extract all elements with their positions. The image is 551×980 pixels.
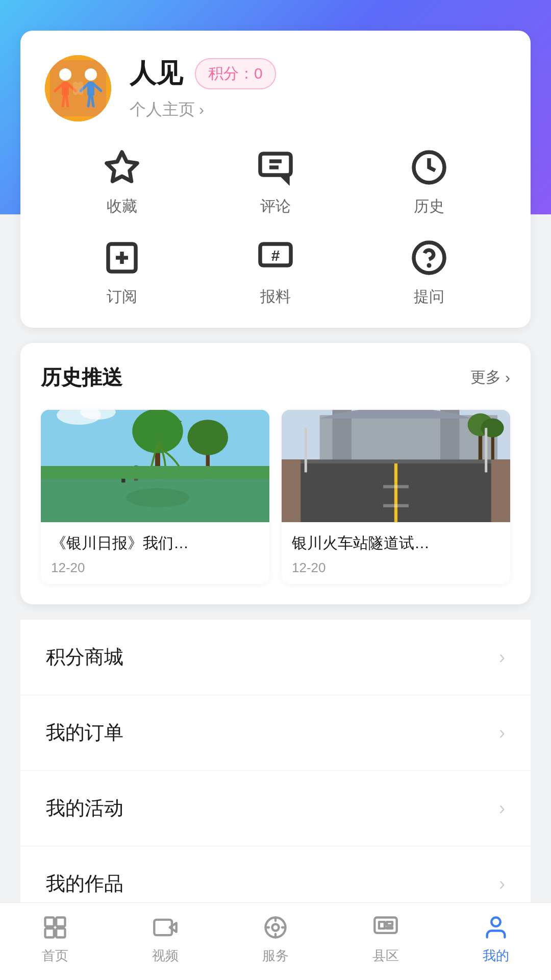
- my-activities-item[interactable]: 我的活动 ›: [20, 771, 531, 846]
- hashtag-icon: #: [255, 237, 296, 278]
- clock-icon: [409, 147, 449, 188]
- svg-rect-52: [383, 504, 409, 507]
- points-mall-item[interactable]: 积分商城 ›: [20, 620, 531, 695]
- svg-rect-48: [282, 460, 510, 463]
- svg-rect-3: [62, 82, 69, 96]
- svg-rect-55: [305, 428, 307, 472]
- svg-rect-37: [41, 466, 269, 479]
- my-orders-item[interactable]: 我的订单 ›: [20, 695, 531, 771]
- svg-rect-59: [56, 928, 65, 937]
- svg-point-72: [491, 918, 500, 926]
- svg-line-13: [92, 96, 93, 106]
- svg-rect-54: [485, 428, 487, 472]
- service-icon: [261, 913, 290, 942]
- svg-point-2: [59, 68, 71, 81]
- question-label: 提问: [414, 286, 444, 307]
- section-header: 历史推送 更多 ›: [41, 363, 510, 391]
- svg-rect-57: [45, 928, 54, 937]
- nav-county[interactable]: 县区: [345, 913, 427, 965]
- history-push-title: 历史推送: [41, 363, 122, 391]
- subscribe-icon: [102, 237, 142, 278]
- profile-link[interactable]: 个人主页 ›: [130, 99, 506, 121]
- more-arrow-icon: ›: [505, 369, 510, 386]
- subscribe-label: 订阅: [107, 286, 137, 307]
- question-action[interactable]: 提问: [353, 237, 506, 307]
- county-nav-label: 县区: [372, 947, 399, 965]
- question-icon: [409, 237, 449, 278]
- my-activities-arrow-icon: ›: [499, 798, 505, 819]
- nav-home[interactable]: 首页: [14, 913, 96, 965]
- nav-video[interactable]: 视频: [124, 913, 206, 965]
- my-activities-label: 我的活动: [46, 795, 123, 821]
- svg-line-7: [66, 96, 68, 106]
- points-mall-arrow-icon: ›: [499, 647, 505, 668]
- svg-point-45: [481, 419, 504, 437]
- points-mall-label: 积分商城: [46, 644, 123, 670]
- nav-service[interactable]: 服务: [235, 913, 316, 965]
- svg-rect-14: [260, 154, 291, 175]
- news-date-2: 12-20: [292, 560, 500, 576]
- report-action[interactable]: # 报料: [198, 237, 352, 307]
- my-works-arrow-icon: ›: [499, 873, 505, 895]
- mine-icon: [482, 913, 510, 942]
- favorites-action[interactable]: 收藏: [45, 147, 198, 217]
- svg-text:#: #: [271, 247, 280, 264]
- svg-point-63: [272, 924, 279, 931]
- svg-rect-58: [56, 918, 65, 926]
- news-content-1: 《银川日报》我们… 12-20: [41, 522, 269, 584]
- subscribe-action[interactable]: 订阅: [45, 237, 198, 307]
- profile-header: 人见 积分：0 个人主页 ›: [45, 55, 506, 121]
- report-label: 报料: [260, 286, 291, 307]
- news-item-1[interactable]: 《银川日报》我们… 12-20: [41, 410, 269, 584]
- svg-point-8: [85, 68, 97, 81]
- svg-point-31: [187, 420, 228, 455]
- profile-info: 人见 积分：0 个人主页 ›: [130, 56, 506, 121]
- county-icon: [371, 913, 400, 942]
- my-orders-arrow-icon: ›: [499, 722, 505, 744]
- svg-line-6: [63, 96, 64, 106]
- svg-rect-9: [87, 82, 94, 96]
- comment-icon: [255, 147, 296, 188]
- svg-rect-51: [383, 485, 409, 488]
- video-nav-label: 视频: [152, 947, 179, 965]
- svg-rect-49: [282, 460, 300, 522]
- history-action[interactable]: 历史: [353, 147, 506, 217]
- comments-label: 评论: [260, 196, 291, 217]
- news-item-2[interactable]: 银川火车站隧道试… 12-20: [282, 410, 510, 584]
- svg-rect-71: [387, 927, 392, 928]
- profile-name: 人见: [130, 56, 183, 91]
- news-image-road: [282, 410, 510, 522]
- news-grid: 《银川日报》我们… 12-20: [41, 410, 510, 584]
- home-icon: [41, 913, 69, 942]
- points-badge: 积分：0: [195, 58, 276, 89]
- service-nav-label: 服务: [262, 947, 289, 965]
- news-image-lake: [41, 410, 269, 522]
- my-works-label: 我的作品: [46, 871, 123, 897]
- comments-action[interactable]: 评论: [198, 147, 352, 217]
- star-icon: [102, 147, 142, 188]
- history-push-card: 历史推送 更多 ›: [20, 343, 531, 604]
- news-date-1: 12-20: [51, 560, 259, 576]
- mine-nav-label: 我的: [483, 947, 509, 965]
- actions-grid: 收藏 评论 历史 订阅: [45, 147, 506, 307]
- avatar[interactable]: [45, 55, 111, 121]
- svg-rect-56: [45, 918, 54, 926]
- nav-mine[interactable]: 我的: [455, 913, 537, 965]
- svg-point-32: [126, 488, 189, 507]
- favorites-label: 收藏: [107, 196, 137, 217]
- svg-line-12: [88, 96, 90, 106]
- chevron-right-icon: ›: [199, 101, 204, 118]
- more-link[interactable]: 更多 ›: [470, 367, 510, 388]
- svg-rect-69: [379, 922, 385, 928]
- svg-rect-70: [387, 922, 392, 925]
- profile-card: 人见 积分：0 个人主页 › 收藏: [20, 31, 531, 328]
- svg-rect-50: [491, 460, 510, 522]
- home-nav-label: 首页: [42, 947, 68, 965]
- news-title-1: 《银川日报》我们…: [51, 532, 259, 554]
- news-content-2: 银川火车站隧道试… 12-20: [282, 522, 510, 584]
- video-icon: [151, 913, 180, 942]
- bottom-navigation: 首页 视频 服务: [0, 902, 551, 980]
- news-title-2: 银川火车站隧道试…: [292, 532, 500, 554]
- my-orders-label: 我的订单: [46, 720, 123, 746]
- history-label: 历史: [414, 196, 444, 217]
